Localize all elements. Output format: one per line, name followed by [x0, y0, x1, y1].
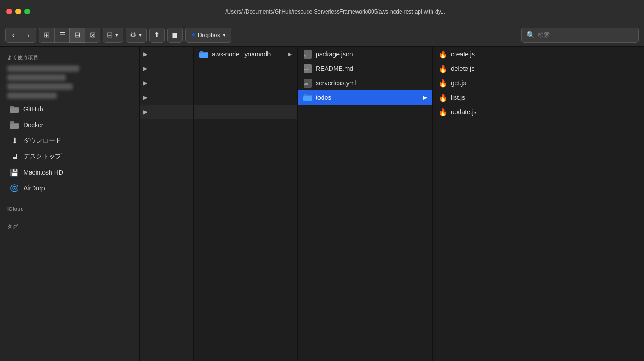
expand-icon: ▶ — [143, 94, 147, 101]
svg-rect-19 — [303, 96, 312, 101]
icon-view-button[interactable]: ⊞ — [39, 28, 54, 43]
desktop-icon: 🖥 — [10, 152, 19, 161]
dropbox-button[interactable]: ✦ Dropbox ▼ — [185, 28, 231, 43]
back-button[interactable]: ‹ — [5, 28, 21, 43]
expand-icon: ▶ — [143, 65, 147, 72]
folder-icon — [10, 120, 19, 130]
minimize-button[interactable] — [15, 9, 21, 14]
group-button[interactable]: ⊞ ▼ — [103, 28, 123, 43]
json-file-icon: {} — [303, 50, 312, 59]
list-item[interactable]: aws-node...ynamodb ▶ — [194, 47, 297, 61]
blurred-item-4 — [7, 93, 57, 99]
chevron-down-icon: ▼ — [138, 32, 143, 37]
chevron-down-icon: ▼ — [222, 32, 226, 37]
gallery-view-button[interactable]: ⊠ — [85, 28, 100, 43]
expand-icon: ▶ — [143, 109, 147, 115]
col1-arrow-3[interactable]: ▶ — [140, 76, 193, 90]
gallery-icon: ⊠ — [90, 31, 96, 39]
close-button[interactable] — [6, 9, 12, 14]
svg-rect-5 — [10, 121, 14, 123]
js-file-icon: 🔥 — [438, 79, 447, 88]
sidebar-item-downloads-label: ダウンロード — [23, 137, 61, 145]
sidebar-item-docker[interactable]: Docker — [3, 117, 137, 133]
sidebar-item-macintosh[interactable]: 💾 Macintosh HD — [3, 165, 137, 180]
flame-icon: 🔥 — [438, 79, 447, 88]
svg-rect-20 — [304, 94, 307, 96]
nav-buttons: ‹ › — [5, 28, 36, 43]
dropbox-label: Dropbox — [198, 32, 220, 38]
search-input[interactable] — [538, 32, 634, 38]
svg-point-8 — [14, 188, 15, 189]
share-icon: ⬆ — [154, 31, 160, 39]
sidebar-item-airdrop-label: AirDrop — [23, 185, 45, 192]
item-label: todos — [316, 94, 331, 101]
columns-icon: ⊟ — [74, 31, 80, 39]
folder-icon — [207, 93, 216, 102]
list-item[interactable]: todos ▶ — [298, 90, 432, 105]
col1-arrow-1[interactable]: ▶ — [140, 47, 193, 61]
js-file-icon: 🔥 — [438, 64, 447, 73]
flame-icon: 🔥 — [438, 108, 447, 116]
drive-icon: 💾 — [10, 168, 19, 177]
column-2: aws-node...ynamodb ▶ — [194, 47, 298, 361]
sidebar-item-github-label: GitHub — [23, 106, 43, 113]
js-file-icon: 🔥 — [438, 93, 447, 102]
sidebar: よく使う項目 GitHub Docker ⬇ ダウンロード 🖥 デスクトップ — [0, 47, 140, 361]
list-item[interactable] — [194, 61, 297, 76]
blurred-item-3 — [7, 83, 73, 90]
fullscreen-button[interactable] — [24, 9, 30, 14]
yml-file-icon: yml — [303, 79, 312, 88]
sidebar-item-github[interactable]: GitHub — [3, 102, 137, 117]
list-item[interactable]: 🔥 create.js — [433, 47, 644, 61]
share-button[interactable]: ⬆ — [149, 28, 165, 43]
list-item[interactable]: {} package.json — [298, 47, 432, 61]
chevron-right-icon: ▶ — [423, 94, 427, 101]
item-label: package.json — [316, 51, 353, 58]
gear-icon: ⚙ — [130, 31, 136, 39]
chevron-right-icon: ▶ — [288, 51, 292, 57]
col1-arrow-4[interactable]: ▶ — [140, 90, 193, 105]
list-item[interactable]: md README.md — [298, 61, 432, 76]
svg-text:md: md — [304, 68, 309, 71]
item-label: README.md — [316, 65, 353, 72]
col1-arrow-5[interactable]: ▶ — [140, 105, 193, 119]
sidebar-item-desktop-label: デスクトップ — [23, 153, 61, 161]
col1-arrow-2[interactable]: ▶ — [140, 61, 193, 76]
column-3: {} package.json md README.md yml serverl… — [298, 47, 433, 361]
flame-icon: 🔥 — [438, 65, 447, 73]
list-item[interactable] — [194, 76, 297, 90]
search-bar[interactable]: 🔍 — [521, 28, 639, 43]
column-view-button[interactable]: ⊟ — [69, 28, 85, 43]
list-item[interactable]: 🔥 list.js — [433, 90, 644, 105]
tag-button[interactable]: ◼ — [167, 28, 183, 43]
action-button[interactable]: ⚙ ▼ — [126, 28, 147, 43]
forward-icon: › — [27, 31, 29, 39]
list-item[interactable]: 🔥 get.js — [433, 76, 644, 90]
forward-button[interactable]: › — [21, 28, 36, 43]
list-item[interactable]: yml serverless.yml — [298, 76, 432, 90]
item-label: delete.js — [451, 65, 474, 72]
sidebar-item-airdrop[interactable]: AirDrop — [3, 180, 137, 196]
favorites-section-title: よく使う項目 — [0, 51, 139, 63]
airdrop-icon — [10, 184, 19, 193]
svg-text:yml: yml — [304, 83, 308, 85]
group-icon: ⊞ — [107, 31, 113, 39]
list-item[interactable] — [194, 90, 297, 105]
js-file-icon: 🔥 — [438, 107, 447, 116]
list-item[interactable]: 🔥 update.js — [433, 105, 644, 119]
main-area: よく使う項目 GitHub Docker ⬇ ダウンロード 🖥 デスクトップ — [0, 47, 644, 361]
item-label: create.js — [451, 51, 475, 58]
sidebar-item-desktop[interactable]: 🖥 デスクトップ — [3, 149, 137, 164]
sidebar-item-downloads[interactable]: ⬇ ダウンロード — [3, 133, 137, 148]
svg-rect-2 — [10, 106, 14, 107]
title-bar: /Users/ /Documents/GitHub/resouce-Server… — [0, 0, 644, 23]
chevron-down-icon: ▼ — [115, 32, 119, 37]
list-item[interactable] — [194, 105, 297, 119]
back-icon: ‹ — [12, 31, 14, 39]
grid-icon: ⊞ — [44, 31, 50, 39]
list-item[interactable]: 🔥 delete.js — [433, 61, 644, 76]
list-view-button[interactable]: ☰ — [54, 28, 69, 43]
toolbar: ‹ › ⊞ ☰ ⊟ ⊠ ⊞ ▼ ⚙ ▼ ⬆ ◼ ✦ — [0, 23, 644, 47]
expand-icon: ▶ — [143, 51, 147, 57]
expand-icon: ▶ — [143, 80, 147, 86]
